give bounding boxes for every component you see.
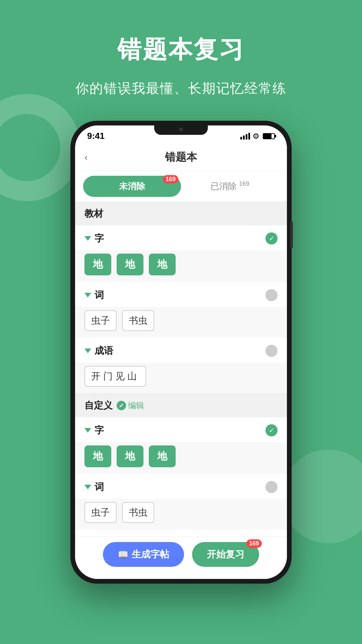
circle-word-icon — [265, 289, 278, 301]
phone-screen: 9:41 ⊙ ‹ 错题本 — [75, 125, 287, 579]
battery-icon — [263, 133, 275, 139]
book-icon: 📖 — [118, 549, 128, 560]
edit-pencil-icon — [117, 401, 126, 410]
chevron-custom-word-icon — [84, 485, 91, 489]
custom-char-card-1[interactable]: 地 — [84, 445, 111, 467]
char-card-3[interactable]: 地 — [149, 254, 176, 275]
wifi-icon: ⊙ — [253, 132, 259, 141]
phone-camera — [179, 127, 183, 131]
tab-removed-badge: 169 — [239, 180, 249, 187]
content-area: 教材 字 ✓ 地 地 地 — [75, 202, 287, 579]
status-icons: ⊙ — [240, 132, 275, 141]
char-card-1[interactable]: 地 — [84, 254, 111, 275]
phone-mockup: 9:41 ⊙ ‹ 错题本 — [70, 121, 292, 584]
tab-not-removed[interactable]: 未消除 169 — [83, 176, 181, 197]
tab-removed[interactable]: 已消除 169 — [181, 176, 279, 197]
tab-not-removed-badge: 169 — [163, 175, 178, 183]
start-review-button[interactable]: 开始复习 169 — [192, 542, 259, 567]
page-title: 错题本复习 — [0, 0, 362, 66]
circle-custom-word-icon — [265, 481, 278, 493]
cards-custom-char: 地 地 地 — [75, 442, 287, 474]
bottom-action-bar: 📖 生成字帖 开始复习 169 — [75, 536, 287, 579]
custom-char-card-3[interactable]: 地 — [149, 445, 176, 467]
custom-word-card-2[interactable]: 书虫 — [122, 502, 154, 523]
circle-idiom-icon — [265, 345, 278, 357]
chevron-custom-char-icon — [84, 428, 91, 433]
custom-char-card-2[interactable]: 地 — [117, 445, 143, 467]
chevron-idiom-icon — [84, 348, 91, 353]
signal-icon — [240, 133, 250, 140]
bg-circle-left — [0, 94, 80, 201]
cards-word: 虫子 书虫 — [75, 307, 287, 338]
header-title: 错题本 — [165, 150, 197, 165]
chevron-char-icon — [84, 236, 91, 241]
back-button[interactable]: ‹ — [84, 152, 87, 163]
char-card-2[interactable]: 地 — [117, 254, 143, 275]
tab-bar: 未消除 169 已消除 169 — [75, 171, 287, 202]
check-char-icon: ✓ — [265, 232, 278, 245]
cards-idiom: 开门见山 — [75, 363, 287, 393]
status-time: 9:41 — [87, 131, 105, 141]
cards-char: 地 地 地 — [75, 250, 287, 282]
word-card-1[interactable]: 虫子 — [84, 310, 117, 331]
category-row-word[interactable]: 词 — [75, 282, 287, 307]
start-review-badge: 169 — [246, 539, 262, 548]
category-row-custom-char[interactable]: 字 ✓ — [75, 417, 287, 442]
edit-badge[interactable]: 编辑 — [117, 400, 144, 411]
page-subtitle: 你的错误我最懂、长期记忆经常练 — [0, 79, 362, 98]
cards-custom-word: 虫子 书虫 — [75, 499, 287, 530]
section-custom: 自定义 编辑 — [75, 393, 287, 417]
category-row-idiom[interactable]: 成语 — [75, 338, 287, 363]
category-row-char[interactable]: 字 ✓ — [75, 225, 287, 250]
word-card-2[interactable]: 书虫 — [122, 310, 154, 331]
check-custom-char-icon: ✓ — [265, 424, 278, 436]
chevron-word-icon — [84, 293, 91, 298]
custom-word-card-1[interactable]: 虫子 — [84, 502, 117, 523]
bg-circle-right — [282, 449, 362, 543]
category-row-custom-word[interactable]: 词 — [75, 474, 287, 499]
generate-copybook-button[interactable]: 📖 生成字帖 — [103, 542, 184, 567]
phone-side-button — [290, 221, 293, 248]
section-textbook: 教材 — [75, 202, 287, 225]
idiom-card-1[interactable]: 开门见山 — [84, 366, 146, 387]
app-header: ‹ 错题本 — [75, 144, 287, 171]
